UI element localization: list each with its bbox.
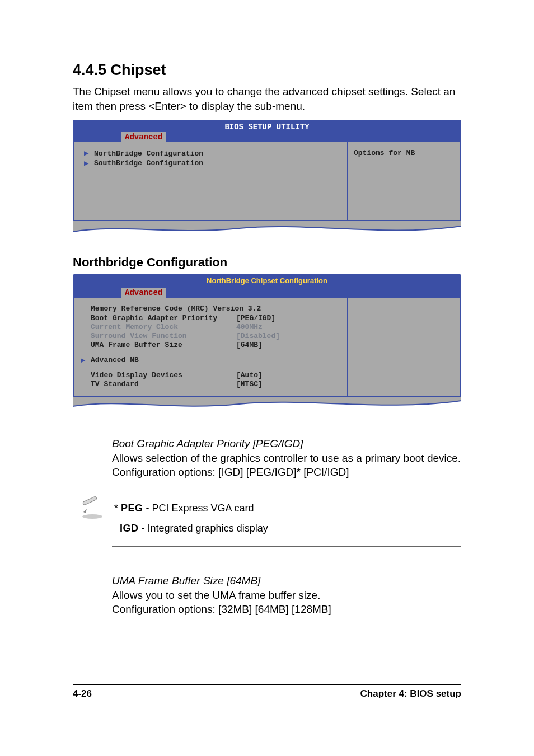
item-label: Current Memory Clock [91, 323, 236, 332]
item-label: Video Display Devices [91, 371, 236, 380]
menu-label: NorthBridge Configuration [94, 149, 203, 158]
chapter-label: Chapter 4: BIOS setup [360, 688, 461, 699]
option-boot-graphic-desc: Allows selection of the graphics control… [112, 451, 461, 480]
page-number: 4-26 [73, 688, 92, 699]
submenu-advanced-nb[interactable]: ▶ Advanced NB [81, 356, 340, 366]
bios-title: BIOS SETUP UTILITY [74, 121, 460, 132]
item-value: [NTSC] [236, 380, 263, 389]
peg-desc: - PCI Express VGA card [143, 503, 254, 514]
svg-rect-1 [82, 496, 97, 505]
item-tv-standard[interactable]: TV Standard [NTSC] [91, 380, 340, 389]
northbridge-heading: Northbridge Configuration [73, 255, 461, 270]
info-line: Memory Reference Code (MRC) Version 3.2 [91, 304, 340, 313]
note-line-igd: IGD - Integrated graphics display [114, 518, 459, 538]
bios-menu-left: ▶ NorthBridge Configuration ▶ SouthBridg… [74, 142, 347, 220]
note-box: * PEG - PCI Express VGA card IGD - Integ… [73, 492, 461, 547]
item-value: 400MHz [236, 323, 263, 332]
triangle-right-icon: ▶ [81, 356, 91, 366]
page-footer: 4-26 Chapter 4: BIOS setup [0, 684, 534, 699]
item-surround-view: Surround View Function [Disabled] [91, 332, 340, 341]
submenu-label: Advanced NB [91, 356, 139, 365]
item-memory-clock: Current Memory Clock 400MHz [91, 323, 340, 332]
item-boot-graphic[interactable]: Boot Graphic Adapter Priority [PEG/IGD] [91, 314, 340, 323]
bios-tab-row: Advanced [74, 287, 460, 298]
triangle-right-icon: ▶ [84, 149, 94, 159]
pencil-note-icon [80, 495, 105, 520]
option-uma-line1: Allows you to set the UMA frame buffer s… [112, 588, 461, 603]
bios-chipset-menu: BIOS SETUP UTILITY Advanced ▶ NorthBridg… [73, 120, 461, 222]
option-uma-title: UMA Frame Buffer Size [64MB] [112, 575, 461, 587]
option-boot-graphic-title: Boot Graphic Adapter Priority [PEG/IGD] [112, 438, 461, 450]
item-label: Surround View Function [91, 332, 236, 341]
item-label: UMA Frame Buffer Size [91, 341, 236, 350]
bios-subtitle: NorthBridge Chipset Configuration [74, 275, 460, 287]
bios-help-pane [347, 298, 460, 396]
item-value: [Disabled] [236, 332, 280, 341]
bios-tab-advanced: Advanced [121, 288, 166, 298]
svg-marker-2 [83, 509, 87, 513]
torn-edge-decoration [73, 220, 461, 240]
bios-help-pane: Options for NB [347, 142, 460, 220]
note-line-peg: * PEG - PCI Express VGA card [114, 498, 459, 518]
item-video-display[interactable]: Video Display Devices [Auto] [91, 371, 340, 380]
peg-label: PEG [121, 503, 143, 514]
svg-point-0 [82, 514, 102, 519]
menu-label: SouthBridge Configuration [94, 159, 203, 168]
igd-label: IGD [120, 523, 139, 534]
menu-item-northbridge[interactable]: ▶ NorthBridge Configuration [84, 149, 340, 159]
item-uma-buffer[interactable]: UMA Frame Buffer Size [64MB] [91, 341, 340, 350]
help-text: Options for NB [354, 149, 415, 157]
item-label: TV Standard [91, 380, 236, 389]
section-heading: 4.4.5 Chipset [73, 62, 461, 79]
bios-northbridge-config: NorthBridge Chipset Configuration Advanc… [73, 274, 461, 397]
option-uma-line2: Configuration options: [32MB] [64MB] [12… [112, 602, 461, 617]
note-prefix: * [114, 503, 121, 514]
igd-desc: - Integrated graphics display [139, 523, 268, 534]
triangle-right-icon: ▶ [84, 159, 94, 169]
bios-tab-row: Advanced [74, 132, 460, 142]
intro-text: The Chipset menu allows you to change th… [73, 84, 461, 113]
menu-item-southbridge[interactable]: ▶ SouthBridge Configuration [84, 159, 340, 169]
item-value: [Auto] [236, 371, 263, 380]
bios-menu-left: Memory Reference Code (MRC) Version 3.2 … [74, 298, 347, 396]
item-value: [64MB] [236, 341, 263, 350]
torn-edge-decoration [73, 396, 461, 415]
item-value: [PEG/IGD] [236, 314, 275, 323]
item-label: Boot Graphic Adapter Priority [91, 314, 236, 323]
bios-tab-advanced: Advanced [121, 132, 166, 142]
